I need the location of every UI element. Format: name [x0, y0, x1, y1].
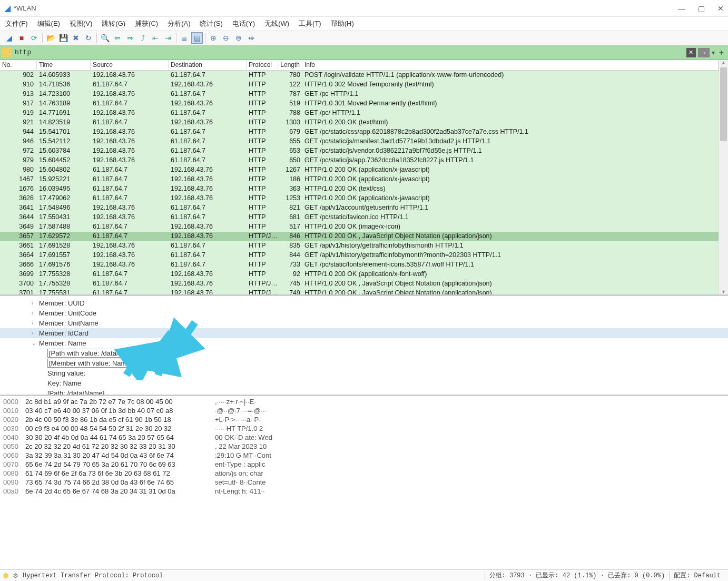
menu-item[interactable]: 捕获(C)	[135, 19, 158, 28]
packet-list-vscroll[interactable]	[719, 60, 728, 294]
menu-item[interactable]: 编辑(E)	[37, 19, 60, 28]
col-src[interactable]: Source	[91, 60, 169, 70]
detail-row[interactable]: [Path: /data/Name]	[0, 388, 728, 395]
save-file-icon[interactable]: 💾	[57, 32, 69, 44]
packet-row[interactable]: 92114.82351961.187.64.7192.168.43.76HTTP…	[0, 118, 719, 127]
packet-row[interactable]: 146715.92522161.187.64.7192.168.43.76HTT…	[0, 175, 719, 184]
expert-info-icon[interactable]	[3, 573, 8, 578]
clear-filter-button[interactable]: ✕	[686, 48, 696, 57]
go-back-icon[interactable]: ⇐	[112, 32, 123, 44]
zoom-in-icon[interactable]: ⊕	[208, 32, 219, 44]
hex-row[interactable]: 00002c 8d b1 a9 9f ac 7a 2b 72 e7 7e 7c …	[3, 397, 725, 406]
jump-icon[interactable]: ⤴	[137, 32, 149, 44]
autoscroll-icon[interactable]: ≣	[179, 32, 190, 44]
menu-bar[interactable]: 文件(F)编辑(E)视图(V)跳转(G)捕获(C)分析(A)统计(S)电话(Y)…	[0, 17, 728, 31]
menu-item[interactable]: 跳转(G)	[102, 19, 125, 28]
packet-row[interactable]: 362617.47906261.187.64.7192.168.43.76HTT…	[0, 194, 719, 203]
menu-item[interactable]: 电话(Y)	[232, 19, 255, 28]
restart-capture-icon[interactable]: ⟳	[28, 32, 40, 44]
packet-row[interactable]: 94415.541701192.168.43.7661.187.64.7HTTP…	[0, 127, 719, 137]
packet-row[interactable]: 91014.71853661.187.64.7192.168.43.76HTTP…	[0, 80, 719, 90]
maximize-button[interactable]: ▢	[698, 4, 705, 13]
packet-row[interactable]: 91914.771691192.168.43.7661.187.64.7HTTP…	[0, 109, 719, 118]
separator	[176, 33, 176, 43]
hex-row[interactable]: 003000 c9 f3 e4 00 00 48 54 54 50 2f 31 …	[3, 424, 725, 433]
menu-item[interactable]: 统计(S)	[200, 19, 222, 28]
detail-row[interactable]: String value:	[0, 368, 728, 378]
hex-row[interactable]: 00202b 4c 00 50 f3 3e 86 1b da e5 cf 61 …	[3, 415, 725, 424]
packet-row[interactable]: 98015.60480261.187.64.7192.168.43.76HTTP…	[0, 165, 719, 175]
packet-bytes-pane[interactable]: 00002c 8d b1 a9 9f ac 7a 2b 72 e7 7e 7c …	[0, 395, 728, 495]
menu-item[interactable]: 帮助(H)	[331, 19, 354, 28]
menu-item[interactable]: 分析(A)	[168, 19, 190, 28]
col-len[interactable]: Length	[278, 60, 302, 70]
packet-row[interactable]: 364117.548496192.168.43.7661.187.64.7HTT…	[0, 203, 719, 213]
capabilities-icon[interactable]: ⚙	[13, 572, 18, 579]
hex-row[interactable]: 009073 65 74 3d 75 74 66 2d 38 0d 0a 43 …	[3, 478, 725, 487]
close-button[interactable]: ✕	[717, 4, 724, 13]
display-filter-input[interactable]	[15, 48, 686, 56]
menu-item[interactable]: 视图(V)	[70, 19, 92, 28]
minimize-button[interactable]: —	[678, 4, 685, 13]
status-profile[interactable]: 配置: Default	[669, 571, 725, 580]
packet-row[interactable]: 90214.605933192.168.43.7661.187.64.7HTTP…	[0, 71, 719, 80]
hex-row[interactable]: 004030 30 20 4f 4b 0d 0a 44 61 74 65 3a …	[3, 433, 725, 442]
packet-row[interactable]: 91714.76318961.187.64.7192.168.43.76HTTP…	[0, 99, 719, 109]
go-first-icon[interactable]: ⇤	[150, 32, 161, 44]
detail-row[interactable]: [Path with value: /data/Name	[0, 348, 728, 358]
start-capture-icon[interactable]: ◢	[3, 32, 15, 44]
menu-item[interactable]: 文件(F)	[5, 19, 28, 28]
col-proto[interactable]: Protocol	[247, 60, 278, 70]
packet-row[interactable]: 369917.75532861.187.64.7192.168.43.76HTT…	[0, 270, 719, 279]
packet-list-header[interactable]: No. Time Source Destination Protocol Len…	[0, 60, 719, 71]
col-dst[interactable]: Destination	[169, 60, 247, 70]
filter-history-dropdown[interactable]: ▾	[712, 49, 715, 56]
detail-row[interactable]: Key: Name	[0, 378, 728, 388]
packet-row[interactable]: 366117.691528192.168.43.7661.187.64.7HTT…	[0, 241, 719, 251]
zoom-reset-icon[interactable]: ⊜	[233, 32, 244, 44]
stop-capture-icon[interactable]: ■	[16, 32, 27, 44]
detail-row[interactable]: ⌄Member: Name	[0, 338, 728, 348]
packet-row[interactable]: 97915.604452192.168.43.7661.187.64.7HTTP…	[0, 156, 719, 165]
detail-row[interactable]: [Member with value: Name	[0, 358, 728, 368]
reload-icon[interactable]: ↻	[83, 32, 94, 44]
close-file-icon[interactable]: ✖	[70, 32, 82, 44]
packet-row[interactable]: 364417.550431192.168.43.7661.187.64.7HTT…	[0, 213, 719, 222]
packet-row[interactable]: 91314.723100192.168.43.7661.187.64.7HTTP…	[0, 90, 719, 99]
hex-row[interactable]: 008061 74 69 6f 6e 2f 6a 73 6f 6e 3b 20 …	[3, 469, 725, 478]
apply-filter-button[interactable]: →	[698, 48, 710, 57]
col-no[interactable]: No.	[0, 60, 37, 70]
menu-item[interactable]: 无线(W)	[264, 19, 289, 28]
col-time[interactable]: Time	[37, 60, 91, 70]
add-filter-button[interactable]: +	[717, 48, 726, 57]
packet-details-pane[interactable]: ›Member: UUID›Member: UnitCode›Member: U…	[0, 294, 728, 395]
hex-row[interactable]: 00502c 20 32 32 20 4d 61 72 20 32 30 32 …	[3, 442, 725, 451]
detail-row[interactable]: ›Member: IdCard	[0, 328, 728, 338]
hex-row[interactable]: 00a06e 74 2d 4c 65 6e 67 74 68 3a 20 34 …	[3, 487, 725, 495]
zoom-out-icon[interactable]: ⊖	[220, 32, 232, 44]
detail-row[interactable]: ›Member: UnitName	[0, 318, 728, 328]
hex-row[interactable]: 007065 6e 74 2d 54 79 70 65 3a 20 61 70 …	[3, 460, 725, 469]
packet-row[interactable]: 167616.03949561.187.64.7192.168.43.76HTT…	[0, 184, 719, 194]
hex-row[interactable]: 001003 40 c7 e6 40 00 37 06 0f 1b 3d bb …	[3, 406, 725, 415]
detail-row[interactable]: ›Member: UnitCode	[0, 308, 728, 318]
packet-row[interactable]: 366417.691557192.168.43.7661.187.64.7HTT…	[0, 251, 719, 260]
resize-columns-icon[interactable]: ⇹	[245, 32, 257, 44]
packet-row[interactable]: 366617.691576192.168.43.7661.187.64.7HTT…	[0, 260, 719, 270]
packet-row[interactable]: 94615.542112192.168.43.7661.187.64.7HTTP…	[0, 137, 719, 146]
go-last-icon[interactable]: ⇥	[162, 32, 174, 44]
open-file-icon[interactable]: 📂	[45, 32, 56, 44]
menu-item[interactable]: 工具(T)	[299, 19, 321, 28]
packet-row[interactable]: 365717.62957261.187.64.7192.168.43.76HTT…	[0, 232, 719, 241]
hex-row[interactable]: 00603a 32 39 3a 31 30 20 47 4d 54 0d 0a …	[3, 451, 725, 460]
col-info[interactable]: Info	[302, 60, 719, 70]
go-forward-icon[interactable]: ⇒	[124, 32, 136, 44]
packet-row[interactable]: 364917.58748861.187.64.7192.168.43.76HTT…	[0, 222, 719, 232]
packet-row[interactable]: 97215.603784192.168.43.7661.187.64.7HTTP…	[0, 146, 719, 156]
colorize-icon[interactable]: ▤	[191, 32, 203, 44]
packet-row[interactable]: 370017.75532861.187.64.7192.168.43.76HTT…	[0, 279, 719, 289]
packet-row[interactable]: 370117.75553161.187.64.7192.168.43.76HTT…	[0, 289, 719, 294]
detail-row[interactable]: ›Member: UUID	[0, 298, 728, 308]
find-icon[interactable]: 🔍	[99, 32, 111, 44]
bookmark-icon[interactable]	[2, 48, 12, 57]
